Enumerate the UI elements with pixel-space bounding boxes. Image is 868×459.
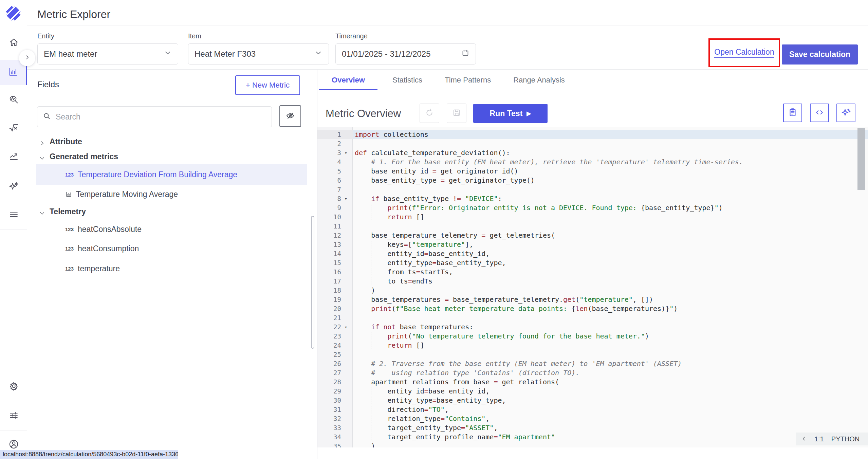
- search-input[interactable]: [56, 112, 266, 122]
- code-line-1[interactable]: 1import collections: [317, 130, 868, 139]
- code-line-2[interactable]: 2: [317, 139, 868, 148]
- timerange-input[interactable]: 01/01/2025 - 31/12/2025: [335, 43, 476, 65]
- code-line-7[interactable]: 7: [317, 185, 868, 194]
- code-line-3[interactable]: 3▾def calculate_temperature_deviation():: [317, 148, 868, 158]
- code-line-33[interactable]: 33 target_entity_type="ASSET",: [317, 423, 868, 433]
- code-line-35[interactable]: 35 ): [317, 442, 868, 447]
- sidebar-item-sliders[interactable]: [0, 405, 27, 427]
- run-test-button[interactable]: Run Test ▶: [473, 104, 548, 123]
- editor-status-bar: 1:1 PYTHON: [796, 433, 868, 445]
- code-line-9[interactable]: 9 print(f"Error: Originator entity is no…: [317, 203, 868, 213]
- tab-range-analysis[interactable]: Range Analysis: [506, 70, 572, 90]
- anomaly-search-icon: [8, 94, 19, 106]
- code-editor[interactable]: 1import collections23▾def calculate_temp…: [317, 127, 868, 447]
- fold-arrow-icon[interactable]: ▾: [345, 194, 353, 203]
- entity-select[interactable]: EM heat meter: [37, 43, 178, 65]
- copy-to-clipboard-button[interactable]: [783, 104, 802, 122]
- tab-time-patterns[interactable]: Time Patterns: [437, 70, 498, 90]
- line-number: 1: [317, 130, 345, 139]
- code-line-12[interactable]: 12 base_temperature_telemetry = get_tele…: [317, 231, 868, 240]
- indent-guide: [371, 204, 371, 212]
- code-line-17[interactable]: 17 to_ts=endTs: [317, 277, 868, 286]
- code-line-8[interactable]: 8▾ if base_entity_type != "DEVICE":: [317, 194, 868, 203]
- play-icon: ▶: [527, 110, 531, 117]
- fold-arrow-icon[interactable]: ▾: [345, 323, 353, 332]
- code-line-18[interactable]: 18 ): [317, 286, 868, 295]
- tree-item-heatconsumption[interactable]: 123heatConsumption: [27, 241, 307, 256]
- sidebar-item-menu-lines[interactable]: [0, 204, 27, 226]
- tree-label: temperature: [78, 264, 120, 273]
- fold-gutter: [345, 332, 353, 341]
- fold-gutter: [345, 249, 353, 258]
- save-calculation-button[interactable]: Save calculation: [782, 44, 858, 65]
- fold-arrow-icon[interactable]: ▾: [345, 148, 353, 158]
- refresh-button[interactable]: [420, 104, 439, 123]
- browser-status-url: localhost:8888/trendz/calculation/568049…: [0, 450, 178, 459]
- code-line-20[interactable]: 20 print(f"Base heat meter temperature d…: [317, 304, 868, 313]
- trendz-logo-icon[interactable]: [4, 4, 22, 22]
- timerange-label: Timerange: [335, 32, 368, 40]
- tab-overview[interactable]: Overview: [319, 70, 377, 90]
- tab-statistics[interactable]: Statistics: [385, 70, 430, 90]
- code-line-16[interactable]: 16 from_ts=startTs,: [317, 268, 868, 277]
- sidebar-expand-button[interactable]: [19, 50, 35, 66]
- code-line-4[interactable]: 4 # 1. For the base entity (EM heat mete…: [317, 158, 868, 167]
- code-line-32[interactable]: 32 relation_type="Contains",: [317, 414, 868, 423]
- code-view-button[interactable]: [810, 104, 829, 122]
- code-line-26[interactable]: 26 # 2. Traverse from the base entity (E…: [317, 359, 868, 368]
- chevron-left-icon[interactable]: [801, 435, 807, 443]
- sidebar-item-formula[interactable]: [0, 117, 27, 139]
- code-line-28[interactable]: 28 apartment_relations_from_base = get_r…: [317, 378, 868, 387]
- sidebar-item-ai-sparkles[interactable]: [0, 176, 27, 198]
- code-line-14[interactable]: 14 entity_id=base_entity_id,: [317, 249, 868, 258]
- tree-item-heatconsabsolute[interactable]: 123heatConsAbsolute: [27, 222, 307, 237]
- code-line-11[interactable]: 11: [317, 222, 868, 231]
- code-line-30[interactable]: 30 entity_type=base_entity_type,: [317, 396, 868, 405]
- new-metric-button[interactable]: + New Metric: [235, 75, 300, 95]
- code-line-15[interactable]: 15 entity_type=base_entity_type,: [317, 258, 868, 268]
- code-line-13[interactable]: 13 keys=["temperature"],: [317, 240, 868, 249]
- line-number: 34: [317, 433, 345, 442]
- line-number: 13: [317, 240, 345, 249]
- filter-bar: Entity Item Timerange EM heat meter Heat…: [27, 25, 868, 70]
- sidebar-item-gear[interactable]: [0, 376, 27, 398]
- code-line-29[interactable]: 29 entity_id=base_entity_id,: [317, 387, 868, 396]
- fold-gutter: [345, 286, 353, 295]
- code-line-34[interactable]: 34 target_entity_profile_name="EM apartm…: [317, 433, 868, 442]
- refresh-icon: [425, 108, 434, 118]
- fold-gutter: [345, 414, 353, 423]
- tree-item-temperature[interactable]: 123temperature: [27, 261, 307, 276]
- toggle-hidden-fields-button[interactable]: [279, 105, 301, 127]
- code-line-31[interactable]: 31 direction="TO",: [317, 405, 868, 414]
- numeric-field-icon: 123: [65, 246, 74, 252]
- code-line-25[interactable]: 25: [317, 350, 868, 359]
- sidebar-item-home[interactable]: [0, 32, 27, 54]
- sidebar-item-trend[interactable]: [0, 146, 27, 168]
- code-line-27[interactable]: 27 # using relation type 'Contains' (dir…: [317, 368, 868, 378]
- fields-panel-scrollbar[interactable]: [311, 216, 314, 349]
- code-line-22[interactable]: 22▾ if not base_temperatures:: [317, 323, 868, 332]
- tree-label: Generated metrics: [50, 152, 118, 161]
- tree-item-temperature-moving-average[interactable]: Temperature Moving Average: [27, 187, 307, 202]
- item-select[interactable]: Heat Meter F303: [188, 43, 329, 65]
- tree-section-telemetry[interactable]: Telemetry: [27, 204, 307, 219]
- indent-guide: [371, 415, 371, 423]
- code-line-6[interactable]: 6 base_entity_type = get_originator_type…: [317, 176, 868, 185]
- tree-item-temperature-deviation-from-building-average[interactable]: 123Temperature Deviation From Building A…: [36, 164, 307, 185]
- line-number: 22: [317, 323, 345, 332]
- sidebar-item-anomaly-search[interactable]: [0, 89, 27, 111]
- editor-scrollbar[interactable]: [857, 128, 865, 190]
- code-line-5[interactable]: 5 base_entity_id = get_originator_id(): [317, 167, 868, 176]
- tab-bar: OverviewStatisticsTime PatternsRange Ana…: [317, 70, 868, 90]
- code-line-21[interactable]: 21: [317, 313, 868, 323]
- code-line-23[interactable]: 23 print("No temperature telemetry found…: [317, 332, 868, 341]
- indent-guide: [371, 241, 371, 249]
- open-calculation-link[interactable]: Open Calculation: [714, 48, 774, 58]
- tree-section-attribute[interactable]: Attribute: [27, 134, 307, 149]
- code-line-19[interactable]: 19 base_temperatures = base_temperature_…: [317, 295, 868, 304]
- save-metric-button[interactable]: [447, 104, 466, 123]
- code-line-10[interactable]: 10 return []: [317, 213, 868, 222]
- tree-section-generated-metrics[interactable]: Generated metrics: [27, 149, 307, 164]
- code-line-24[interactable]: 24 return []: [317, 341, 868, 350]
- ai-generate-button[interactable]: [836, 104, 855, 122]
